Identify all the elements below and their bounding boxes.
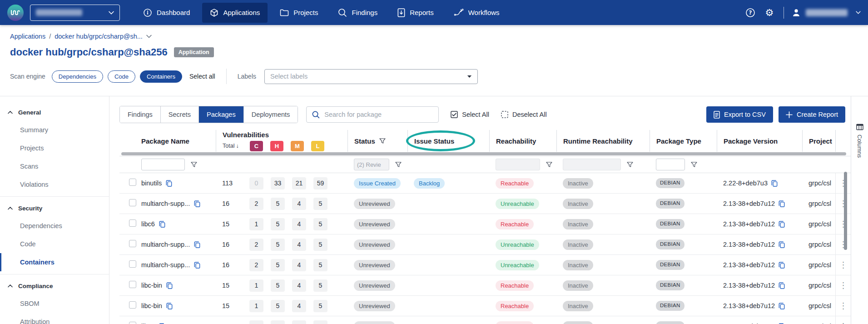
filter-funnel-icon[interactable] bbox=[691, 162, 697, 168]
tab-deployments[interactable]: Deployments bbox=[243, 106, 298, 123]
copy-icon[interactable] bbox=[779, 262, 785, 269]
reachability-filter-input[interactable] bbox=[496, 159, 540, 170]
nav-applications[interactable]: Applications bbox=[202, 3, 268, 23]
total-sort[interactable]: Total ↓ bbox=[223, 143, 243, 149]
severity-low-badge[interactable]: L bbox=[311, 141, 324, 151]
status-badge[interactable]: Unreviewed bbox=[354, 301, 395, 311]
tab-packages[interactable]: Packages bbox=[198, 106, 243, 123]
tab-secrets[interactable]: Secrets bbox=[160, 106, 198, 123]
deselect-all-button[interactable]: Deselect All bbox=[501, 111, 547, 118]
header-status[interactable]: Status bbox=[347, 130, 407, 152]
app-logo-icon[interactable] bbox=[7, 5, 24, 21]
labels-select-dropdown[interactable]: Select labels bbox=[264, 69, 478, 84]
scan-select-all-link[interactable]: Select all bbox=[189, 73, 215, 80]
horizontal-scrollbar-thumb[interactable] bbox=[121, 152, 846, 155]
header-vulnerabilities[interactable]: Vulnerabilities Total ↓ C H M L bbox=[216, 130, 347, 152]
copy-icon[interactable] bbox=[194, 200, 200, 207]
header-runtime-reachability[interactable]: Runtime Reachability bbox=[556, 130, 650, 152]
nav-projects[interactable]: Projects bbox=[272, 3, 326, 23]
copy-icon[interactable] bbox=[194, 241, 200, 248]
chevron-down-icon[interactable] bbox=[146, 35, 152, 38]
row-menu-kebab-icon[interactable]: ⋮ bbox=[839, 261, 848, 269]
row-menu-kebab-icon[interactable]: ⋮ bbox=[839, 322, 848, 324]
sidebar-section-compliance[interactable]: Compliance bbox=[0, 277, 109, 294]
tab-findings[interactable]: Findings bbox=[120, 106, 160, 123]
copy-icon[interactable] bbox=[779, 241, 785, 248]
header-package-version[interactable]: Package Version bbox=[717, 130, 802, 152]
package-name-link[interactable]: libc6 bbox=[141, 220, 155, 228]
severity-critical-badge[interactable]: C bbox=[250, 141, 263, 151]
help-icon[interactable]: ? bbox=[744, 6, 757, 20]
copy-icon[interactable] bbox=[779, 303, 785, 309]
row-checkbox[interactable] bbox=[129, 322, 136, 324]
filter-funnel-icon[interactable] bbox=[546, 162, 552, 168]
nav-workflows[interactable]: Workflows bbox=[446, 3, 507, 23]
severity-medium-badge[interactable]: M bbox=[291, 141, 304, 151]
sidebar-item-containers[interactable]: Containers bbox=[0, 253, 109, 271]
row-checkbox[interactable] bbox=[129, 281, 136, 288]
filter-funnel-icon[interactable] bbox=[395, 162, 402, 168]
sidebar-section-general[interactable]: General bbox=[0, 104, 109, 121]
status-badge[interactable]: Unreviewed bbox=[354, 219, 395, 229]
copy-icon[interactable] bbox=[166, 180, 172, 187]
filter-funnel-icon[interactable] bbox=[627, 162, 633, 168]
package-name-link[interactable]: libc-bin bbox=[141, 282, 162, 289]
package-name-link[interactable]: libc-bin bbox=[141, 302, 162, 309]
copy-icon[interactable] bbox=[166, 303, 173, 309]
search-input[interactable] bbox=[324, 111, 433, 118]
package-search[interactable] bbox=[306, 106, 439, 123]
package-type-filter-input[interactable] bbox=[656, 159, 685, 170]
package-name-link[interactable]: multiarch-supp... bbox=[141, 200, 190, 207]
sidebar-item-violations[interactable]: Violations bbox=[0, 175, 109, 194]
package-name-link[interactable]: multiarch-supp... bbox=[141, 261, 190, 269]
copy-icon[interactable] bbox=[159, 221, 165, 228]
status-badge[interactable]: Unreviewed bbox=[354, 260, 395, 270]
nav-reports[interactable]: Reports bbox=[390, 3, 441, 23]
row-checkbox[interactable] bbox=[129, 260, 136, 268]
filter-funnel-icon[interactable] bbox=[191, 162, 197, 168]
status-badge[interactable]: Issue Created bbox=[354, 178, 401, 189]
sidebar-item-projects[interactable]: Projects bbox=[0, 139, 109, 157]
export-csv-button[interactable]: Export to CSV bbox=[706, 106, 773, 123]
row-menu-kebab-icon[interactable]: ⋮ bbox=[839, 281, 848, 289]
scan-pill-dependencies[interactable]: Dependencies bbox=[52, 70, 103, 83]
sidebar-section-security[interactable]: Security bbox=[0, 199, 109, 217]
vertical-scrollbar-thumb[interactable] bbox=[844, 172, 847, 250]
breadcrumb-applications-link[interactable]: Applications bbox=[10, 32, 45, 40]
filter-funnel-icon[interactable] bbox=[379, 138, 386, 144]
copy-icon[interactable] bbox=[166, 282, 173, 289]
status-badge[interactable]: Unreviewed bbox=[354, 239, 395, 250]
select-all-button[interactable]: Select All bbox=[451, 111, 489, 118]
runtime-reachability-filter-input[interactable] bbox=[563, 159, 621, 170]
create-report-button[interactable]: Create Report bbox=[779, 106, 845, 123]
copy-icon[interactable] bbox=[779, 200, 785, 207]
header-project[interactable]: Project bbox=[802, 130, 835, 152]
nav-dashboard[interactable]: Dashboard bbox=[135, 3, 198, 23]
header-package-name[interactable]: Package Name bbox=[139, 130, 216, 152]
header-package-type[interactable]: Package Type bbox=[650, 130, 717, 152]
severity-high-badge[interactable]: H bbox=[270, 141, 283, 151]
columns-rail-toggle[interactable]: Columns bbox=[851, 96, 868, 324]
row-checkbox[interactable] bbox=[129, 240, 136, 247]
scan-pill-containers[interactable]: Containers bbox=[140, 70, 182, 83]
header-reachability[interactable]: Reachability bbox=[489, 130, 556, 152]
status-filter-chip[interactable]: (2) Revie bbox=[354, 159, 389, 170]
issue-status-badge[interactable]: Backlog bbox=[414, 178, 445, 189]
scan-pill-code[interactable]: Code bbox=[108, 70, 135, 83]
breadcrumb-current[interactable]: docker hub/grpc/csharp@sh... bbox=[55, 32, 143, 40]
row-checkbox[interactable] bbox=[129, 199, 136, 206]
sidebar-item-code[interactable]: Code bbox=[0, 235, 109, 253]
environment-select[interactable] bbox=[30, 5, 120, 21]
nav-findings[interactable]: Findings bbox=[330, 3, 385, 23]
row-checkbox[interactable] bbox=[129, 179, 136, 186]
status-badge[interactable]: Unreviewed bbox=[354, 199, 395, 209]
row-checkbox[interactable] bbox=[129, 219, 136, 227]
user-menu[interactable] bbox=[791, 8, 861, 18]
sidebar-item-sbom[interactable]: SBOM bbox=[0, 294, 109, 313]
package-name-link[interactable]: multiarch-supp... bbox=[141, 241, 190, 248]
package-name-link[interactable]: binutils bbox=[141, 179, 162, 187]
status-badge[interactable]: Unreviewed bbox=[354, 280, 395, 291]
package-name-filter-input[interactable] bbox=[141, 159, 185, 170]
sidebar-item-attribution[interactable]: Attribution bbox=[0, 313, 109, 324]
sidebar-item-summary[interactable]: Summary bbox=[0, 121, 109, 139]
